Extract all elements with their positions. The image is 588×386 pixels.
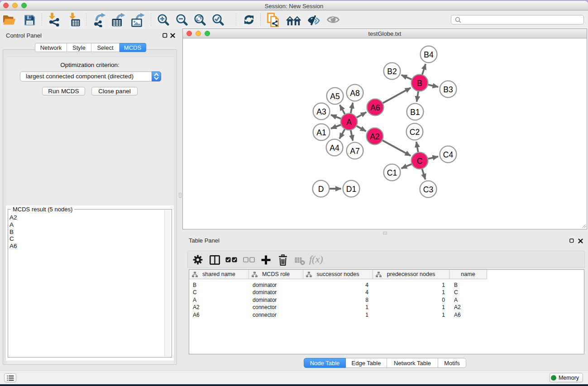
svg-text:A1: A1 xyxy=(316,128,326,137)
svg-text:B4: B4 xyxy=(424,50,434,59)
svg-text:B1: B1 xyxy=(410,108,420,117)
svg-text:A4: A4 xyxy=(330,143,339,152)
svg-text:B: B xyxy=(417,79,422,88)
svg-text:D1: D1 xyxy=(346,185,356,194)
svg-text:C1: C1 xyxy=(387,168,397,177)
svg-text:C2: C2 xyxy=(410,128,420,137)
svg-text:A2: A2 xyxy=(370,132,379,141)
svg-text:A8: A8 xyxy=(350,89,359,98)
svg-text:B2: B2 xyxy=(387,67,397,76)
svg-text:A5: A5 xyxy=(330,92,339,101)
svg-text:B3: B3 xyxy=(443,85,453,94)
svg-text:A3: A3 xyxy=(316,107,326,116)
svg-text:A6: A6 xyxy=(370,103,380,112)
svg-text:C3: C3 xyxy=(423,185,433,194)
svg-text:A: A xyxy=(346,118,352,127)
svg-text:C4: C4 xyxy=(443,150,454,159)
svg-text:C: C xyxy=(417,157,423,166)
svg-text:D: D xyxy=(318,185,324,194)
svg-text:A7: A7 xyxy=(350,147,359,156)
